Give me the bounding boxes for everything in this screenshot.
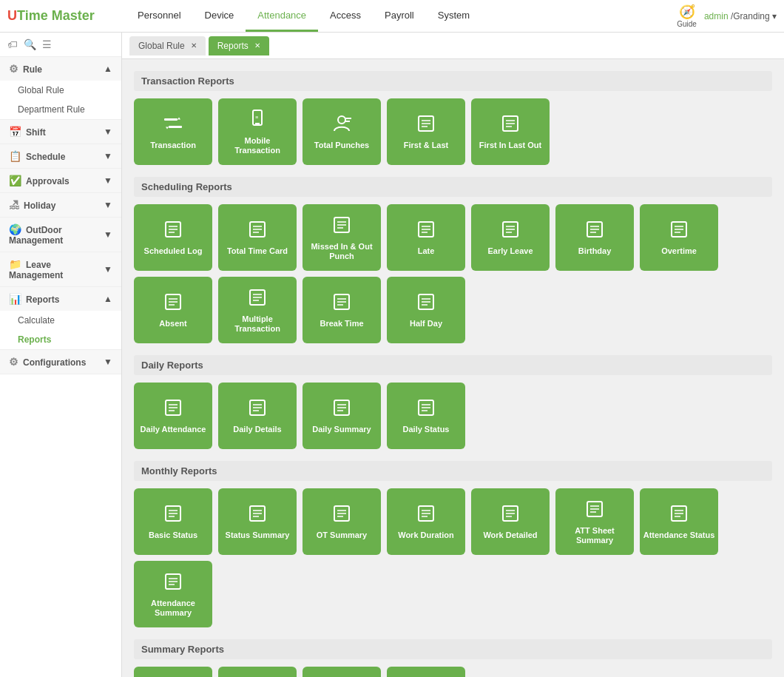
svg-text:≡: ≡ — [255, 115, 258, 120]
sections-content: Transaction ReportsTransaction≡Mobile Tr… — [134, 71, 772, 677]
sidebar-header-leave-management[interactable]: 📁Leave Management▼ — [0, 252, 121, 286]
sidebar-item-department-rule[interactable]: Department Rule — [0, 100, 121, 119]
user-chevron-icon: ▾ — [772, 11, 777, 21]
card-icon-total-punches — [331, 112, 353, 138]
report-card-early-leave[interactable]: Early Leave — [471, 204, 550, 271]
sidebar-header-holiday[interactable]: 🏖Holiday▼ — [0, 193, 121, 217]
sidebar: 🏷 🔍 ☰ ⚙Rule▲Global RuleDepartment Rule📅S… — [0, 33, 122, 677]
card-icon-basic-status — [162, 502, 184, 528]
report-card-attendance-status[interactable]: Attendance Status — [640, 488, 718, 555]
report-card-first-in-last-out[interactable]: First In Last Out — [471, 98, 550, 165]
report-card-work-duration[interactable]: Work Duration — [387, 488, 465, 555]
section-title-2: Daily Reports — [134, 355, 772, 375]
report-card-mobile-transaction[interactable]: ≡Mobile Transaction — [218, 98, 297, 165]
sidebar-section-rule: ⚙Rule▲Global RuleDepartment Rule — [0, 57, 121, 120]
sidebar-item-reports[interactable]: Reports — [0, 330, 121, 349]
report-card-ot-summary[interactable]: OT Summary — [303, 488, 381, 555]
logo: UTime Master — [7, 8, 111, 24]
report-card-department-summary[interactable]: Department Summary — [303, 667, 381, 677]
card-icon-daily-summary — [331, 397, 353, 422]
report-card-work-detailed[interactable]: Work Detailed — [471, 488, 550, 555]
nav-link-payroll[interactable]: Payroll — [373, 1, 426, 32]
report-card-leave-summary[interactable]: Leave Summary — [218, 667, 297, 677]
section-title-0: Transaction Reports — [134, 71, 772, 91]
report-card-status-summary[interactable]: Status Summary — [218, 488, 297, 555]
card-label-birthday: Birthday — [578, 246, 612, 256]
report-card-yearly-summary[interactable]: Yearly Summary — [387, 667, 465, 677]
nav-link-access[interactable]: Access — [318, 1, 373, 32]
card-icon-late — [415, 218, 437, 243]
menu-icon[interactable]: ☰ — [42, 38, 52, 50]
nav-link-attendance[interactable]: Attendance — [246, 1, 318, 32]
sidebar-header-schedule[interactable]: 📋Schedule▼ — [0, 144, 121, 168]
sidebar-header-reports[interactable]: 📊Reports▲ — [0, 287, 121, 311]
sidebar-section-approvals: ✅Approvals▼ — [0, 169, 121, 193]
tag-icon[interactable]: 🏷 — [7, 38, 18, 50]
nav-link-device[interactable]: Device — [193, 1, 246, 32]
report-card-daily-status[interactable]: Daily Status — [387, 383, 465, 449]
card-label-missed-in---out-punch: Missed In & Out Punch — [305, 242, 378, 261]
sidebar-header-approvals[interactable]: ✅Approvals▼ — [0, 169, 121, 192]
tab-global-rule[interactable]: Global Rule ✕ — [129, 36, 206, 55]
guide-button[interactable]: 🧭 Guide — [677, 4, 697, 28]
nav-link-personnel[interactable]: Personnel — [126, 1, 193, 32]
nav-links: PersonnelDeviceAttendanceAccessPayrollSy… — [126, 1, 677, 32]
report-card-total-time-card[interactable]: Total Time Card — [218, 204, 297, 271]
report-card-scheduled-log[interactable]: Scheduled Log — [134, 204, 212, 271]
report-card-break-time[interactable]: Break Time — [303, 277, 381, 343]
report-card-daily-details[interactable]: Daily Details — [218, 383, 297, 449]
report-card-multiple-transaction[interactable]: Multiple Transaction — [218, 277, 297, 343]
card-icon-half-day — [415, 291, 437, 316]
sidebar-top-icons: 🏷 🔍 ☰ — [0, 33, 121, 57]
card-label-multiple-transaction: Multiple Transaction — [221, 314, 294, 334]
card-icon-work-detailed — [499, 502, 521, 528]
report-card-late[interactable]: Late — [387, 204, 465, 271]
report-card-transaction[interactable]: Transaction — [134, 98, 212, 165]
report-card-absent[interactable]: Absent — [134, 277, 212, 343]
search-icon[interactable]: 🔍 — [24, 38, 36, 50]
report-card-overtime[interactable]: Overtime — [640, 204, 718, 271]
report-card-att-sheet-summary[interactable]: ATT Sheet Summary — [555, 488, 634, 555]
user-info[interactable]: admin /Granding ▾ — [704, 11, 777, 21]
sidebar-icon-leave-management: 📁 — [9, 258, 21, 270]
sidebar-icon-schedule: 📋 — [9, 150, 21, 162]
logo-text: UTime Master — [7, 8, 95, 24]
sidebar-header-shift[interactable]: 📅Shift▼ — [0, 120, 121, 144]
cards-grid-1: Scheduled LogTotal Time CardMissed In & … — [134, 204, 772, 343]
sidebar-item-global-rule[interactable]: Global Rule — [0, 81, 121, 100]
nav-link-system[interactable]: System — [426, 1, 481, 32]
cards-grid-4: Employee SummaryLeave SummaryDepartment … — [134, 667, 772, 677]
report-card-employee-summary[interactable]: Employee Summary — [134, 667, 212, 677]
card-label-attendance-status: Attendance Status — [643, 531, 715, 540]
sidebar-header-outdoor-management[interactable]: 🌍OutDoor Management▼ — [0, 218, 121, 252]
svg-rect-0 — [164, 118, 178, 121]
report-card-attendance-summary[interactable]: Attendance Summary — [134, 561, 212, 627]
report-card-missed-in---out-punch[interactable]: Missed In & Out Punch — [303, 204, 381, 271]
card-icon-att-sheet-summary — [584, 498, 606, 523]
card-label-mobile-transaction: Mobile Transaction — [221, 136, 294, 155]
card-label-status-summary: Status Summary — [226, 531, 290, 540]
sidebar-item-calculate[interactable]: Calculate — [0, 311, 121, 330]
report-card-total-punches[interactable]: Total Punches — [303, 98, 381, 165]
tab-global-rule-close[interactable]: ✕ — [191, 41, 197, 50]
user-separator: /Granding — [731, 11, 770, 21]
sidebar-header-rule[interactable]: ⚙Rule▲ — [0, 57, 121, 81]
card-icon-first---last — [415, 112, 437, 138]
card-label-att-sheet-summary: ATT Sheet Summary — [558, 526, 631, 545]
report-card-daily-attendance[interactable]: Daily Attendance — [134, 383, 212, 449]
card-label-break-time: Break Time — [320, 319, 363, 329]
card-icon-mobile-transaction: ≡ — [246, 108, 268, 133]
sidebar-header-configurations[interactable]: ⚙Configurations▼ — [0, 350, 121, 374]
card-label-work-detailed: Work Detailed — [483, 531, 537, 540]
tab-reports[interactable]: Reports ✕ — [209, 36, 269, 55]
report-card-basic-status[interactable]: Basic Status — [134, 488, 212, 555]
tab-reports-close[interactable]: ✕ — [254, 41, 260, 50]
report-card-daily-summary[interactable]: Daily Summary — [303, 383, 381, 449]
report-card-first---last[interactable]: First & Last — [387, 98, 465, 165]
report-card-half-day[interactable]: Half Day — [387, 277, 465, 343]
chevron-icon: ▼ — [104, 229, 112, 240]
card-label-late: Late — [418, 246, 435, 256]
card-label-daily-summary: Daily Summary — [312, 425, 371, 434]
card-icon-status-summary — [246, 502, 268, 528]
report-card-birthday[interactable]: Birthday — [555, 204, 634, 271]
